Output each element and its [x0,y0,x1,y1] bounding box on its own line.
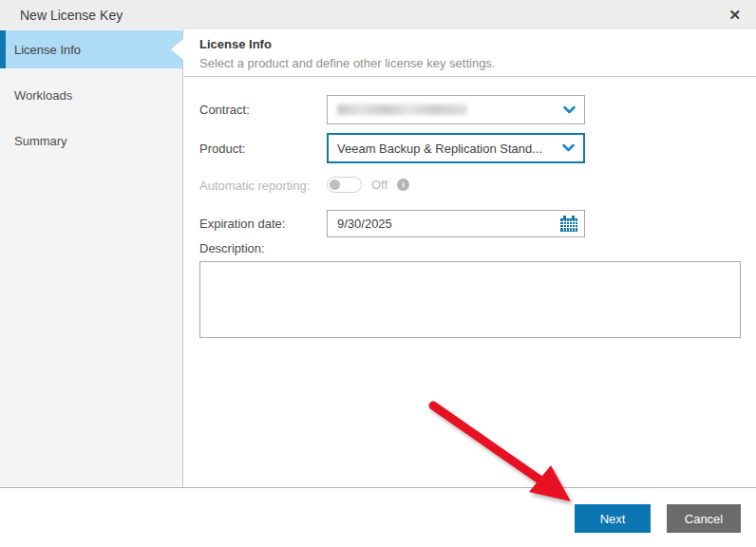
next-button[interactable]: Next [575,504,651,533]
dialog-title: New License Key [20,8,123,23]
automatic-reporting-label: Automatic reporting: [199,179,327,193]
chevron-down-icon [562,144,583,152]
new-license-key-dialog: New License Key ✕ License Info Workloads… [0,0,756,547]
automatic-reporting-controls: Off i [327,177,409,193]
close-icon[interactable]: ✕ [725,6,745,24]
description-textarea[interactable] [199,261,741,338]
expiration-date-input[interactable] [328,217,560,231]
contract-row: Contract: [184,95,756,124]
dialog-titlebar: New License Key ✕ [0,0,756,29]
description-label: Description: [199,241,265,255]
automatic-reporting-toggle[interactable] [327,177,362,193]
step-label: License Info [14,43,81,57]
product-value: Veeam Backup & Replication Stand... [329,141,562,156]
contract-label: Contract: [199,103,327,117]
chevron-down-icon [563,106,584,114]
sidebar-item-workloads[interactable]: Workloads [0,76,182,114]
expiration-date-field [327,210,585,237]
toggle-knob [330,179,340,190]
wizard-content-panel: License Info Select a product and define… [184,29,756,487]
toggle-state-label: Off [371,178,387,192]
cancel-button[interactable]: Cancel [667,504,741,533]
wizard-step-list: License Info Workloads Summary [0,29,182,160]
dialog-footer: Next Cancel [0,487,756,547]
expiration-date-row: Expiration date: [184,210,756,237]
calendar-icon[interactable] [560,216,584,232]
step-label: Summary [14,134,67,148]
contract-select[interactable] [327,95,585,124]
product-label: Product: [199,141,327,156]
product-select[interactable]: Veeam Backup & Replication Stand... [327,133,585,163]
expiration-date-label: Expiration date: [199,217,327,231]
product-row: Product: Veeam Backup & Replication Stan… [184,133,756,163]
sidebar-item-summary[interactable]: Summary [0,122,182,160]
info-icon[interactable]: i [397,179,409,191]
wizard-steps-sidebar: License Info Workloads Summary [0,29,183,487]
sidebar-item-license-info[interactable]: License Info [0,30,182,68]
automatic-reporting-row: Automatic reporting: Off i [184,177,756,196]
step-label: Workloads [14,88,72,103]
page-subtitle: Select a product and define other licens… [199,56,741,70]
page-title: License Info [199,37,741,51]
step-header: License Info Select a product and define… [184,29,756,77]
contract-value-redacted [337,104,467,115]
